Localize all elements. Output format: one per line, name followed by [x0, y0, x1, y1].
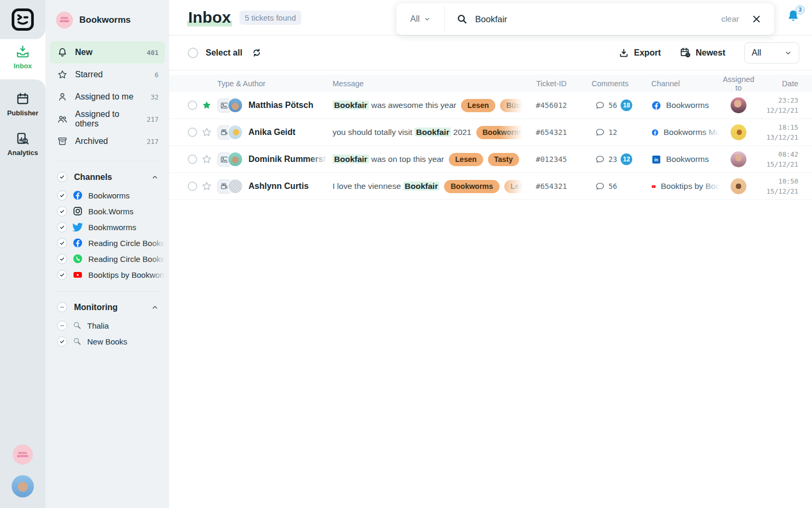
comment-bubble-icon [595, 182, 605, 191]
ticket-row[interactable]: Matthias Pötsch Bookfair was awesome thi… [169, 92, 812, 119]
inbox-tray-icon [15, 44, 30, 59]
star-icon-filled[interactable] [201, 100, 217, 111]
toolbar: Select all Export [169, 35, 812, 70]
person-icon [57, 92, 68, 102]
channel-item-youtube-booktips[interactable]: Booktips by Bookworms [50, 267, 165, 283]
sidebar-item-label: Archived [75, 137, 108, 146]
monitoring-section-header[interactable]: Monitoring [50, 300, 165, 318]
user-avatar[interactable] [12, 475, 34, 497]
unread-badge: 12 [621, 153, 632, 165]
channels-checkbox[interactable] [57, 172, 67, 182]
channel-checkbox[interactable] [57, 238, 67, 248]
facebook-icon [651, 128, 659, 138]
sort-label: Newest [696, 48, 725, 58]
sidebar-item-label: New [75, 48, 93, 57]
sidebar-item-archived[interactable]: Archived 217 [50, 130, 165, 152]
channel-checkbox[interactable] [57, 206, 67, 216]
comment-bubble-icon [595, 155, 605, 164]
monitoring-checkbox-indeterminate[interactable] [57, 302, 67, 312]
assignee-filter-dropdown[interactable]: All [744, 42, 799, 64]
ticket-row[interactable]: Ashlynn Curtis I love the viennese Bookf… [169, 173, 812, 200]
channel-item-facebook-reading-circle[interactable]: Reading Circle Bookworms [50, 235, 165, 251]
ticket-row[interactable]: Anika Geidt you should totally visit Boo… [169, 119, 812, 146]
filter-value: All [752, 48, 761, 58]
workspace-header[interactable]: BOOK WORMS Bookworms [50, 11, 165, 41]
channel-checkbox[interactable] [57, 270, 67, 280]
row-checkbox[interactable] [188, 101, 197, 110]
chevron-up-icon[interactable] [151, 174, 159, 181]
sidebar-item-count: 6 [154, 71, 159, 79]
search-divider [444, 6, 445, 32]
export-button[interactable]: Export [619, 48, 661, 58]
app-logo-icon [11, 7, 35, 32]
facebook-icon [72, 238, 83, 248]
youtube-icon [72, 269, 83, 280]
rail-item-label: Publisher [7, 109, 38, 117]
select-all-label[interactable]: Select all [206, 48, 242, 58]
channel-label: Bookworms [88, 191, 130, 200]
workspace-name: Bookworms [79, 15, 131, 25]
channel-label: Reading Circle Bookworms [88, 255, 165, 264]
monitoring-item-label: Thalia [87, 321, 109, 330]
channel-checkbox[interactable] [57, 190, 67, 201]
sidebar-item-count: 401 [146, 49, 159, 57]
app-logo[interactable] [0, 0, 45, 39]
rail-item-publisher[interactable]: Publisher [7, 92, 38, 117]
sidebar-item-assigned-to-others[interactable]: Assigned to others 217 [50, 108, 165, 130]
assignee-avatar [731, 97, 746, 113]
export-label: Export [634, 48, 661, 58]
notifications-button[interactable]: 3 [786, 8, 800, 24]
chevron-down-icon [785, 49, 792, 57]
author-name: Anika Geidt [248, 128, 296, 137]
star-icon-outline[interactable] [201, 181, 217, 192]
chevron-up-icon[interactable] [151, 304, 159, 311]
monitoring-item-checkbox-indeterminate[interactable] [57, 321, 67, 331]
row-checkbox[interactable] [188, 155, 197, 164]
page-title: Inbox [187, 8, 232, 26]
twitter-icon [72, 222, 83, 232]
channel-checkbox[interactable] [57, 222, 67, 232]
search-keyword-highlight: Bookfair [333, 101, 369, 110]
close-icon[interactable] [752, 14, 761, 24]
refresh-icon[interactable] [252, 48, 262, 58]
sidebar-item-count: 217 [146, 138, 159, 146]
monitoring-item-new-books[interactable]: New Books [50, 333, 165, 349]
select-all-checkbox[interactable] [188, 48, 198, 58]
sidebar-item-assigned-to-me[interactable]: Assigned to me 32 [50, 86, 165, 108]
channel-item-twitter-bookmworms[interactable]: Bookmworms [50, 219, 165, 235]
monitoring-item-thalia[interactable]: Thalia [50, 318, 165, 333]
time: 18:15 [757, 122, 798, 132]
rail-item-inbox[interactable]: Inbox [0, 44, 45, 70]
channels-section-header[interactable]: Channels [50, 170, 165, 187]
date-cell: 08:42 15/12/21 [757, 149, 806, 170]
author-name: Matthias Pötsch [248, 101, 313, 110]
channel-item-whatsapp-reading-circle[interactable]: Reading Circle Bookworms [50, 251, 165, 267]
star-icon-outline[interactable] [201, 154, 217, 165]
channel-checkbox[interactable] [57, 254, 67, 264]
search-scope-dropdown[interactable]: All [396, 14, 444, 24]
comment-count: 56 [608, 101, 617, 110]
sort-newest-button[interactable]: Newest [680, 47, 725, 58]
tag-pill: Tasty [488, 153, 520, 166]
message-text: you should totally visit Bookfair 2021 [333, 128, 472, 137]
notification-count-badge: 3 [796, 5, 805, 14]
channel-item-facebook-bookworms[interactable]: Bookworms [50, 187, 165, 203]
workspace-avatar-text: BOOK WORMS [58, 17, 71, 23]
monitoring-item-checkbox[interactable] [57, 337, 67, 347]
app-window: Inbox Publisher [0, 0, 812, 508]
column-channel: Channel [640, 79, 720, 88]
search-scope-value: All [410, 14, 420, 24]
row-checkbox[interactable] [188, 182, 197, 191]
channel-item-instagram-bookworms[interactable]: Book.Worms [50, 203, 165, 219]
brand-badge[interactable]: BOOK WORMS [13, 444, 33, 465]
search-clear-button[interactable]: clear [721, 14, 739, 24]
star-icon-outline[interactable] [201, 127, 217, 138]
ticket-row[interactable]: Dominik Rummersto Bookfair was on top th… [169, 146, 812, 173]
row-checkbox[interactable] [188, 128, 197, 137]
sidebar-item-new[interactable]: New 401 [50, 41, 165, 64]
time: 23:23 [757, 95, 798, 105]
sidebar-item-starred[interactable]: Starred 6 [50, 64, 165, 86]
search-input[interactable] [475, 14, 722, 24]
rail-item-analytics[interactable]: Analytics [7, 132, 38, 157]
date: 12/12/21 [757, 105, 798, 115]
